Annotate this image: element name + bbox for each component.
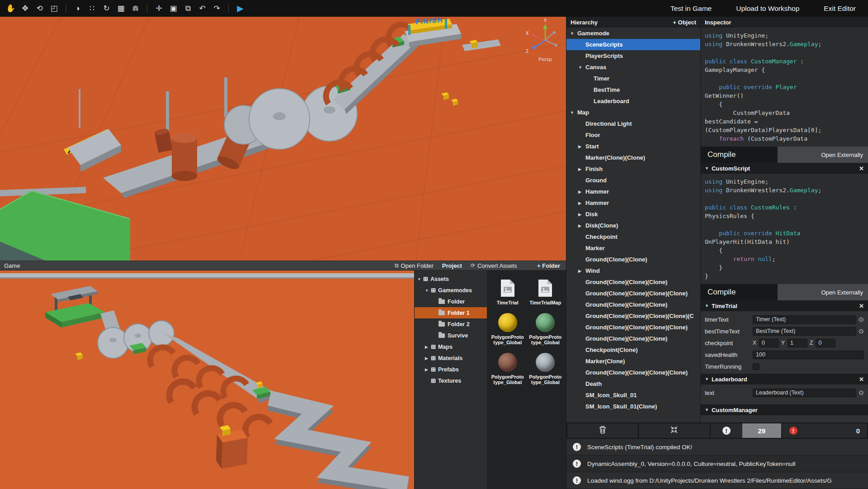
add-object-tool-icon[interactable]: ✛ — [154, 5, 164, 12]
chevron-down-icon[interactable]: ▼ — [417, 277, 423, 281]
checkbox[interactable] — [753, 363, 760, 370]
vector-component-field[interactable]: 0 — [816, 339, 835, 347]
hierarchy-item[interactable]: ▶Wind — [566, 265, 700, 276]
hierarchy-item[interactable]: ▶Hammer — [566, 197, 700, 209]
save-tool-icon[interactable]: ▣ — [168, 5, 179, 12]
upload-to-workshop-button[interactable]: Upload to Workshop — [724, 0, 811, 17]
hierarchy-item[interactable]: SceneScripts — [566, 39, 700, 50]
hierarchy-item[interactable]: ▼Map — [566, 107, 700, 118]
hierarchy-item[interactable]: Floor — [566, 129, 700, 141]
chevron-down-icon[interactable]: ▼ — [425, 288, 431, 293]
vector-component-field[interactable]: 1 — [788, 339, 807, 347]
hierarchy-item[interactable]: Directional Light — [566, 118, 700, 129]
hierarchy-item[interactable]: Ground(Clone)(Clone)(Clone)(Clone) — [566, 288, 700, 299]
hierarchy-item[interactable]: Ground(Clone)(Clone)(Clone) — [566, 276, 700, 288]
hierarchy-item[interactable]: Marker(Clone)(Clone) — [566, 152, 700, 163]
object-reference-field[interactable]: BestTime (Text) — [753, 327, 856, 336]
add-folder-button[interactable]: + Folder — [537, 262, 560, 269]
hierarchy-item[interactable]: ▶Start — [566, 141, 700, 152]
hierarchy-item[interactable]: Ground(Clone)(Clone) — [566, 254, 700, 265]
project-tree-item[interactable]: ▶⊞Materials — [415, 352, 487, 364]
chevron-down-icon[interactable]: ▼ — [705, 166, 709, 171]
chevron-right-icon[interactable]: ▶ — [578, 223, 585, 228]
hierarchy-item[interactable]: Ground(Clone)(Clone)(Clone)(Clone) — [566, 367, 700, 378]
gizmo-mode-label[interactable]: Persp — [538, 57, 552, 62]
collapse-console-button[interactable] — [639, 423, 709, 438]
hierarchy-item[interactable]: Ground(Clone)(Clone)(Clone) — [566, 299, 700, 310]
hierarchy-item[interactable]: ▶Disk — [566, 209, 700, 220]
hierarchy-item[interactable]: ▶Disk(Clone) — [566, 220, 700, 231]
project-tree-item[interactable]: ▶⊞Prefabs — [415, 364, 487, 375]
chevron-down-icon[interactable]: ▼ — [705, 377, 709, 381]
asset-item[interactable]: PolygonPrototype_Global — [489, 350, 526, 385]
compile-button[interactable]: Compile — [701, 284, 778, 300]
open-folder-button[interactable]: ⧉ Open Folder — [395, 262, 434, 269]
hierarchy-item[interactable]: Ground(Clone)(Clone)(Clone) — [566, 333, 700, 344]
rotate-tool-icon[interactable]: ⟲ — [34, 5, 45, 12]
hierarchy-item[interactable]: ▼Canvas — [566, 62, 700, 73]
chevron-down-icon[interactable]: ▼ — [705, 304, 709, 308]
chevron-right-icon[interactable]: ▶ — [578, 167, 585, 171]
hierarchy-item[interactable]: Checkpoint — [566, 231, 700, 242]
game-viewport[interactable] — [0, 271, 414, 489]
hierarchy-item[interactable]: BestTime — [566, 84, 700, 95]
project-tree-item[interactable]: ▼⊞Assets — [415, 273, 487, 285]
project-tree-item[interactable]: Folder 1 — [415, 307, 487, 318]
time-trial-header[interactable]: ▼ TimeTrial ✕ — [701, 300, 868, 311]
test-in-game-button[interactable]: Test in Game — [658, 0, 724, 17]
hierarchy-item[interactable]: Marker — [566, 242, 700, 254]
add-object-button[interactable]: + Object — [673, 19, 696, 26]
hierarchy-item[interactable]: Timer — [566, 73, 700, 84]
console-message[interactable]: !DynamicAssembly_0, Version=0.0.0.0, Cul… — [566, 456, 868, 472]
custom-script-header[interactable]: ▼ CustomScript ✕ — [701, 163, 868, 174]
exit-editor-button[interactable]: Exit Editor — [811, 0, 868, 17]
convert-assets-button[interactable]: ⟳ Convert Assets — [471, 262, 517, 269]
hierarchy-item[interactable]: SM_Icon_Skull_01(Clone) — [566, 401, 700, 412]
move-tool-icon[interactable]: ✥ — [20, 5, 30, 12]
hierarchy-item[interactable]: Death — [566, 378, 700, 389]
project-tree-item[interactable]: ▼⊞Gamemodes — [415, 285, 487, 296]
rotate-snap-tool-icon[interactable]: ↻ — [101, 5, 112, 12]
chevron-right-icon[interactable]: ▶ — [578, 269, 585, 273]
clear-console-button[interactable] — [567, 423, 638, 438]
close-icon[interactable]: ✕ — [859, 303, 864, 309]
error-filter-button[interactable]: ! 0 — [782, 423, 867, 438]
hierarchy-item[interactable]: Ground — [566, 175, 700, 186]
chevron-down-icon[interactable]: ▼ — [570, 110, 577, 115]
chevron-right-icon[interactable]: ▶ — [425, 356, 431, 361]
object-picker-icon[interactable]: ⊙ — [859, 316, 864, 323]
project-tree-item[interactable]: ▶⊞Maps — [415, 341, 487, 352]
open-externally-button[interactable]: Open Externally — [821, 289, 868, 296]
close-icon[interactable]: ✕ — [859, 376, 864, 383]
redo-tool-icon[interactable]: ↷ — [212, 5, 222, 12]
script-editor-custommanager[interactable]: using UnityEngine;using DrunkenWrestlers… — [701, 28, 868, 147]
chevron-right-icon[interactable]: ▶ — [578, 212, 585, 217]
hierarchy-item[interactable]: Ground(Clone)(Clone)(Clone)(Clone)(C — [566, 310, 700, 322]
scale-tool-icon[interactable]: ◰ — [49, 5, 59, 12]
game-view-tab[interactable]: Game — [0, 262, 20, 269]
asset-item[interactable]: PolygonPrototype_Global — [489, 310, 526, 346]
object-reference-field[interactable]: Timer (Text) — [753, 315, 856, 324]
object-picker-icon[interactable]: ⊙ — [859, 389, 864, 396]
console-message[interactable]: !SceneScripts (TimeTrial) compiled OK! — [566, 439, 868, 456]
object-reference-field[interactable]: Leaderboard (Text) — [753, 389, 856, 397]
chevron-down-icon[interactable]: ▼ — [570, 31, 577, 36]
hand-tool-icon[interactable]: ✋ — [5, 5, 16, 12]
magnet-tool-icon[interactable]: ⋒ — [130, 5, 141, 12]
asset-item[interactable]: TimeTrialMap — [527, 276, 564, 306]
grid-tool-icon[interactable]: ▦ — [116, 5, 126, 12]
close-icon[interactable]: ✕ — [859, 165, 864, 172]
project-tree-item[interactable]: Folder — [415, 296, 487, 307]
hierarchy-item[interactable]: Leaderboard — [566, 95, 700, 107]
chevron-right-icon[interactable]: ▶ — [578, 190, 585, 194]
custom-manager-header[interactable]: ▼ CustomManager — [701, 404, 868, 415]
hierarchy-item[interactable]: Checkpoint(Clone) — [566, 344, 700, 356]
play-button-icon[interactable]: ▶ — [235, 4, 245, 13]
chevron-down-icon[interactable]: ▼ — [705, 408, 709, 412]
text-field[interactable]: 100 — [753, 351, 864, 359]
asset-item[interactable]: PolygonPrototype_Global — [527, 310, 564, 346]
warning-filter-button[interactable]: ! 29 — [711, 423, 781, 438]
hierarchy-item[interactable]: PlayerScripts — [566, 50, 700, 62]
snap-tool-icon[interactable]: ∷ — [87, 5, 97, 12]
open-externally-button[interactable]: Open Externally — [821, 152, 868, 158]
